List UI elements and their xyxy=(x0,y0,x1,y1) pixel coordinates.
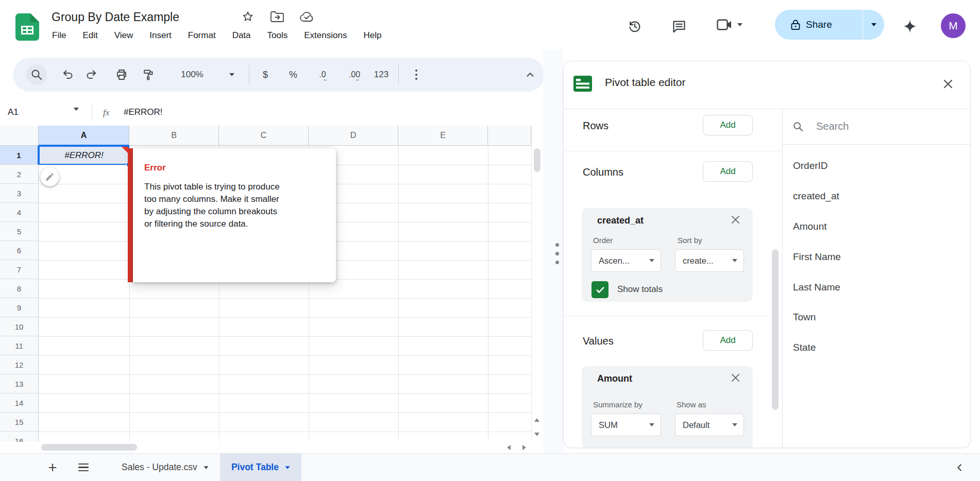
panel-resize-handle[interactable] xyxy=(555,243,559,264)
menu-tools[interactable]: Tools xyxy=(263,28,293,43)
field-search-input[interactable] xyxy=(815,120,941,133)
vertical-scrollbar-thumb[interactable] xyxy=(534,148,540,172)
panel-scrollbar-thumb[interactable] xyxy=(772,249,779,410)
add-rows-button[interactable]: Add xyxy=(703,115,753,135)
column-header-d[interactable]: D xyxy=(309,126,398,146)
sort-by-dropdown[interactable]: create... xyxy=(675,249,744,272)
redo-icon[interactable] xyxy=(81,64,102,85)
cell-a1[interactable]: #ERROR! xyxy=(39,146,129,165)
remove-values-field-icon[interactable] xyxy=(731,373,740,383)
scroll-down-arrow[interactable] xyxy=(534,433,539,436)
column-header-a[interactable]: A xyxy=(39,126,129,146)
meet-videocam-button[interactable] xyxy=(716,17,742,32)
number-format-button[interactable]: 123 xyxy=(371,64,392,85)
sheet-tab-dropdown-icon[interactable] xyxy=(204,466,208,469)
remove-columns-field-icon[interactable] xyxy=(731,215,740,225)
scroll-right-arrow[interactable] xyxy=(522,445,526,450)
move-to-folder-icon[interactable] xyxy=(269,9,285,25)
column-headers[interactable]: ABCDE xyxy=(39,126,531,146)
document-title[interactable]: Group By Date Example xyxy=(52,10,179,24)
row-header-8[interactable]: 8 xyxy=(0,279,39,298)
search-menus-icon[interactable] xyxy=(26,64,47,85)
menu-edit[interactable]: Edit xyxy=(78,28,102,43)
more-toolbar-options-icon[interactable] xyxy=(406,64,427,85)
field-item-amount[interactable]: Amount xyxy=(782,212,971,242)
edit-pencil-button[interactable] xyxy=(40,167,59,186)
menu-data[interactable]: Data xyxy=(228,28,256,43)
percent-format-button[interactable]: % xyxy=(283,64,303,85)
vertical-scrollbar[interactable] xyxy=(531,126,543,442)
show-as-dropdown[interactable]: Default xyxy=(675,414,744,436)
zoom-dropdown-icon[interactable] xyxy=(226,64,238,85)
row-header-1[interactable]: 1 xyxy=(0,146,39,165)
column-header-partial[interactable] xyxy=(488,126,531,146)
print-icon[interactable] xyxy=(111,64,132,85)
menu-format[interactable]: Format xyxy=(183,28,221,43)
field-item-last-name[interactable]: Last Name xyxy=(782,272,971,302)
menu-extensions[interactable]: Extensions xyxy=(299,28,351,43)
row-header-6[interactable]: 6 xyxy=(0,241,39,260)
row-header-13[interactable]: 13 xyxy=(0,374,39,393)
row-header-10[interactable]: 10 xyxy=(0,317,39,336)
comments-icon[interactable] xyxy=(669,16,689,37)
currency-format-button[interactable]: $ xyxy=(255,64,276,85)
version-history-icon[interactable] xyxy=(624,16,645,37)
scroll-left-arrow[interactable] xyxy=(507,445,511,450)
formula-bar-value[interactable]: #ERROR! xyxy=(124,107,163,117)
horizontal-scrollbar-thumb[interactable] xyxy=(41,444,137,451)
gemini-sparkle-icon[interactable] xyxy=(900,16,920,37)
sheets-logo-icon[interactable] xyxy=(15,13,39,41)
field-item-created_at[interactable]: created_at xyxy=(782,181,971,212)
undo-icon[interactable] xyxy=(58,64,78,85)
row-header-4[interactable]: 4 xyxy=(0,203,39,222)
field-item-first-name[interactable]: First Name xyxy=(782,242,971,272)
row-header-14[interactable]: 14 xyxy=(0,393,39,413)
add-values-button[interactable]: Add xyxy=(703,330,753,351)
row-header-16[interactable]: 16 xyxy=(0,432,39,442)
scroll-up-arrow[interactable] xyxy=(534,418,539,422)
row-header-9[interactable]: 9 xyxy=(0,298,39,317)
row-header-7[interactable]: 7 xyxy=(0,260,39,279)
summarize-by-dropdown[interactable]: SUM xyxy=(591,414,661,436)
increase-decimal-button[interactable]: .00 → xyxy=(344,64,365,85)
select-all-corner[interactable] xyxy=(0,126,39,146)
paint-format-icon[interactable] xyxy=(138,64,159,85)
name-box-dropdown-icon[interactable] xyxy=(74,111,79,120)
cloud-saved-icon[interactable] xyxy=(299,9,315,25)
decrease-decimal-button[interactable]: .0 ← xyxy=(312,64,333,85)
column-header-c[interactable]: C xyxy=(219,126,309,146)
sheet-tab-dropdown-icon[interactable] xyxy=(285,466,290,469)
order-dropdown[interactable]: Ascen... xyxy=(591,249,661,272)
all-sheets-menu-icon[interactable] xyxy=(78,463,89,472)
videocam-dropdown-icon[interactable] xyxy=(737,23,742,26)
spreadsheet-grid[interactable]: ABCDE 12345678910111213141516 #ERROR! Er… xyxy=(0,126,531,442)
row-header-3[interactable]: 3 xyxy=(0,184,39,203)
row-header-5[interactable]: 5 xyxy=(0,222,39,241)
share-button[interactable]: Share xyxy=(775,10,884,40)
menu-file[interactable]: File xyxy=(47,28,71,43)
star-icon[interactable] xyxy=(240,9,256,24)
field-item-state[interactable]: State xyxy=(782,333,971,363)
column-header-b[interactable]: B xyxy=(129,126,219,146)
cell-reference-box[interactable]: A1 xyxy=(8,107,19,117)
add-sheet-button[interactable]: + xyxy=(44,459,61,476)
menu-view[interactable]: View xyxy=(110,28,138,43)
row-header-11[interactable]: 11 xyxy=(0,336,39,355)
column-header-e[interactable]: E xyxy=(398,126,488,146)
menu-insert[interactable]: Insert xyxy=(145,28,176,43)
sheet-tab-sales-update-csv[interactable]: Sales - Update.csv xyxy=(110,454,220,481)
menu-help[interactable]: Help xyxy=(359,28,386,43)
row-header-15[interactable]: 15 xyxy=(0,413,39,432)
field-item-orderid[interactable]: OrderID xyxy=(782,151,971,181)
field-item-town[interactable]: Town xyxy=(782,302,971,333)
account-avatar[interactable]: M xyxy=(941,13,966,38)
row-header-12[interactable]: 12 xyxy=(0,355,39,374)
show-totals-checkbox[interactable] xyxy=(592,281,609,298)
add-columns-button[interactable]: Add xyxy=(703,161,753,182)
row-headers[interactable]: 12345678910111213141516 xyxy=(0,146,39,442)
sheet-tab-pivot-table[interactable]: Pivot Table xyxy=(220,454,301,481)
collapse-toolbar-icon[interactable] xyxy=(520,64,540,85)
row-header-2[interactable]: 2 xyxy=(0,165,39,184)
share-dropdown[interactable] xyxy=(863,10,884,40)
close-panel-icon[interactable] xyxy=(939,75,957,93)
